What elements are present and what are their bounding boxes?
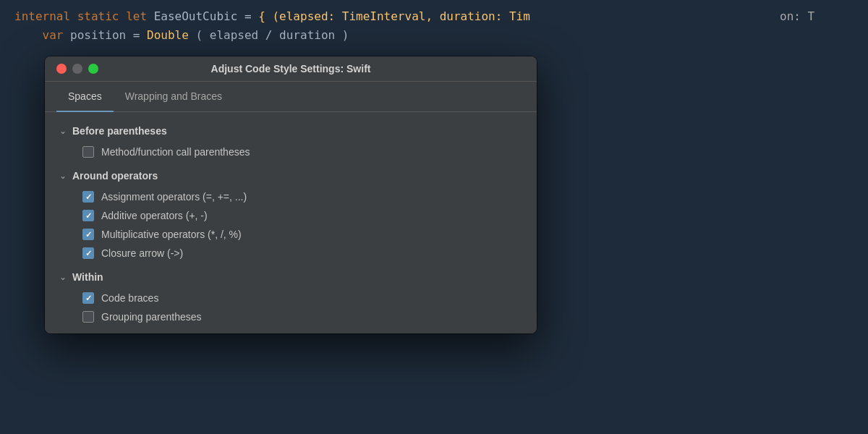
label-code-braces: Code braces [101, 292, 158, 304]
keyword-internal: internal [14, 9, 70, 23]
section-within-title: Within [72, 271, 103, 283]
section-before-parentheses-header[interactable]: ⌄ Before parentheses [45, 119, 537, 142]
section-before-parentheses-title: Before parentheses [72, 125, 167, 137]
section-within-header[interactable]: ⌄ Within [45, 265, 537, 289]
label-method-function-call-parentheses: Method/function call parentheses [101, 146, 250, 158]
keyword-static: static [77, 9, 119, 23]
item-assignment-operators[interactable]: Assignment operators (=, +=, ...) [45, 187, 537, 206]
label-closure-arrow: Closure arrow (->) [101, 247, 183, 259]
minimize-button[interactable] [72, 64, 82, 74]
close-button[interactable] [56, 64, 67, 74]
chevron-before-parentheses-icon: ⌄ [59, 126, 67, 136]
dialog-title: Adjust Code Style Settings: Swift [211, 63, 371, 75]
code-expression: elapsed / duration [210, 28, 335, 42]
title-bar: Adjust Code Style Settings: Swift [45, 56, 537, 82]
keyword-let: let [126, 9, 147, 23]
keyword-var: var [14, 28, 63, 42]
code-fn-name: Double [147, 28, 189, 42]
label-grouping-parentheses: Grouping parentheses [101, 311, 202, 323]
checkbox-closure-arrow[interactable] [82, 247, 94, 259]
tabs-bar: Spaces Wrapping and Braces [45, 82, 537, 112]
code-brace: { [258, 9, 265, 23]
code-params: (elapsed: TimeInterval, duration: Tim [272, 9, 529, 23]
chevron-within-icon: ⌄ [59, 272, 67, 282]
label-assignment-operators: Assignment operators (=, +=, ...) [101, 191, 247, 203]
checkbox-method-function-call-parentheses[interactable] [82, 146, 94, 158]
label-additive-operators: Additive operators (+, -) [101, 210, 208, 221]
tab-spaces[interactable]: Spaces [56, 82, 114, 112]
label-multiplicative-operators: Multiplicative operators (*, /, %) [101, 229, 242, 240]
window-controls [56, 64, 98, 74]
checkbox-multiplicative-operators[interactable] [82, 229, 94, 240]
code-paren-open: ( [195, 28, 203, 42]
checkbox-code-braces[interactable] [82, 292, 94, 304]
item-additive-operators[interactable]: Additive operators (+, -) [45, 206, 537, 225]
checkbox-grouping-parentheses[interactable] [82, 311, 94, 323]
item-multiplicative-operators[interactable]: Multiplicative operators (*, /, %) [45, 225, 537, 244]
maximize-button[interactable] [88, 64, 98, 74]
code-identifier: EaseOutCubic = [154, 9, 259, 23]
section-around-operators-title: Around operators [72, 170, 158, 182]
settings-content: ⌄ Before parentheses Method/function cal… [45, 112, 537, 333]
code-paren-close: ) [342, 28, 349, 42]
code-var-name: position = [70, 28, 147, 42]
section-around-operators-header[interactable]: ⌄ Around operators [45, 164, 537, 187]
code-line-2: var position = Double ( elapsed / durati… [14, 26, 854, 45]
dialog-container: Adjust Code Style Settings: Swift Spaces… [45, 56, 537, 333]
tab-wrapping-and-braces[interactable]: Wrapping and Braces [114, 82, 234, 112]
item-method-function-call-parentheses[interactable]: Method/function call parentheses [45, 142, 537, 161]
checkbox-assignment-operators[interactable] [82, 191, 94, 203]
chevron-around-operators-icon: ⌄ [59, 171, 67, 181]
checkbox-additive-operators[interactable] [82, 210, 94, 221]
code-line-1: internal static let EaseOutCubic = { (el… [14, 7, 854, 26]
item-grouping-parentheses[interactable]: Grouping parentheses [45, 307, 537, 326]
item-closure-arrow[interactable]: Closure arrow (->) [45, 244, 537, 263]
item-code-braces[interactable]: Code braces [45, 289, 537, 307]
